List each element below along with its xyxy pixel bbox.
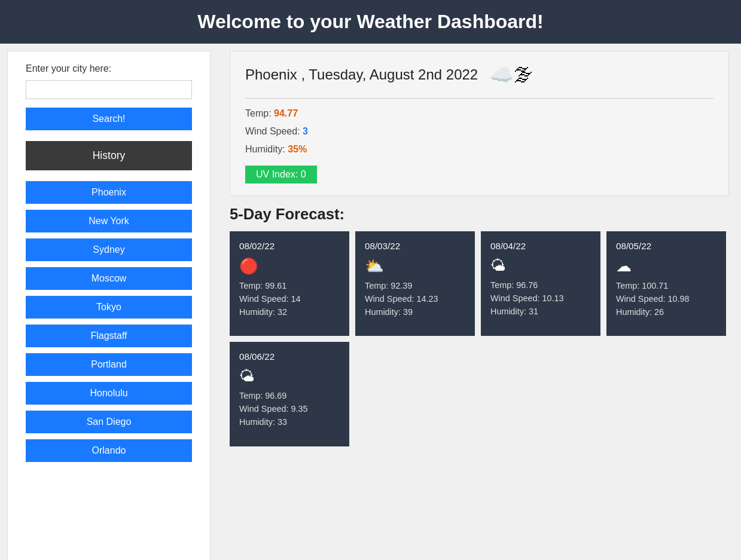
sidebar: Enter your city here: Search! History Ph… — [7, 51, 211, 560]
wind-stat: Wind Speed: 3 — [245, 126, 713, 137]
forecast-icon: ⛅ — [365, 257, 465, 275]
forecast-humidity: Humidity: 26 — [616, 307, 716, 317]
city-history-button[interactable]: Flagstaff — [26, 325, 192, 347]
city-history-button[interactable]: Honolulu — [26, 382, 192, 405]
wind-label: Wind Speed: — [245, 126, 303, 136]
forecast-card: 08/04/22🌤Temp: 96.76Wind Speed: 10.13Hum… — [481, 231, 600, 336]
current-weather-icon: ☁️🌫 — [490, 63, 533, 86]
forecast-card: 08/03/22⛅Temp: 92.39Wind Speed: 14.23Hum… — [355, 231, 475, 336]
city-history-button[interactable]: Sydney — [26, 238, 192, 261]
divider — [245, 98, 713, 99]
forecast-section: 5-Day Forecast: 08/02/22🔴Temp: 99.61Wind… — [230, 206, 729, 446]
forecast-temp: Temp: 92.39 — [365, 281, 465, 290]
current-weather-card: Phoenix , Tuesday, August 2nd 2022 ☁️🌫 T… — [230, 51, 729, 196]
forecast-date: 08/04/22 — [490, 241, 591, 251]
forecast-icon: ☁ — [616, 257, 716, 275]
humidity-value: 35% — [288, 144, 307, 154]
wind-value: 3 — [303, 126, 308, 136]
forecast-card: 08/02/22🔴Temp: 99.61Wind Speed: 14Humidi… — [230, 231, 349, 336]
city-history-button[interactable]: Portland — [26, 353, 192, 376]
city-history-button[interactable]: Phoenix — [26, 181, 192, 204]
forecast-date: 08/05/22 — [616, 241, 716, 251]
uv-badge: UV Index: 0 — [245, 166, 317, 183]
forecast-humidity: Humidity: 33 — [239, 417, 340, 427]
main-layout: Enter your city here: Search! History Ph… — [0, 44, 741, 560]
city-history-list: PhoenixNew YorkSydneyMoscowTokyoFlagstaf… — [26, 181, 192, 468]
current-city-date: Phoenix , Tuesday, August 2nd 2022 — [245, 66, 478, 83]
header-title: Welcome to your Weather Dashboard! — [197, 11, 543, 32]
forecast-icon: 🌤 — [490, 257, 591, 274]
temp-label: Temp: — [245, 108, 274, 118]
forecast-wind: Wind Speed: 10.13 — [490, 293, 591, 303]
forecast-date: 08/03/22 — [365, 241, 465, 251]
forecast-card: 08/06/22🌤Temp: 96.69Wind Speed: 9.35Humi… — [230, 342, 349, 446]
city-history-button[interactable]: Tokyo — [26, 296, 192, 319]
current-weather-header: Phoenix , Tuesday, August 2nd 2022 ☁️🌫 — [245, 63, 713, 86]
temp-value: 94.77 — [274, 108, 298, 118]
search-button[interactable]: Search! — [26, 108, 192, 130]
city-input-label: Enter your city here: — [26, 63, 192, 74]
humidity-label: Humidity: — [245, 144, 288, 154]
forecast-title: 5-Day Forecast: — [230, 206, 729, 223]
forecast-humidity: Humidity: 32 — [239, 307, 340, 317]
forecast-wind: Wind Speed: 14.23 — [365, 294, 465, 304]
forecast-wind: Wind Speed: 10.98 — [616, 294, 716, 304]
city-history-button[interactable]: Orlando — [26, 439, 192, 462]
forecast-wind: Wind Speed: 9.35 — [239, 404, 340, 414]
forecast-date: 08/06/22 — [239, 351, 340, 362]
main-content: Phoenix , Tuesday, August 2nd 2022 ☁️🌫 T… — [218, 44, 741, 560]
history-button[interactable]: History — [26, 141, 192, 170]
city-history-button[interactable]: New York — [26, 210, 192, 232]
city-search-input[interactable] — [26, 80, 192, 99]
forecast-humidity: Humidity: 39 — [365, 307, 465, 317]
humidity-stat: Humidity: 35% — [245, 144, 713, 155]
forecast-icon: 🔴 — [239, 257, 340, 275]
forecast-temp: Temp: 99.61 — [239, 281, 340, 290]
city-history-button[interactable]: Moscow — [26, 267, 192, 290]
forecast-icon: 🌤 — [239, 368, 340, 385]
forecast-temp: Temp: 100.71 — [616, 281, 716, 290]
page-header: Welcome to your Weather Dashboard! — [0, 0, 741, 44]
forecast-temp: Temp: 96.69 — [239, 391, 340, 400]
forecast-date: 08/02/22 — [239, 241, 340, 251]
forecast-grid: 08/02/22🔴Temp: 99.61Wind Speed: 14Humidi… — [230, 231, 729, 446]
forecast-temp: Temp: 96.76 — [490, 280, 591, 290]
forecast-humidity: Humidity: 31 — [490, 307, 591, 316]
forecast-card: 08/05/22☁Temp: 100.71Wind Speed: 10.98Hu… — [606, 231, 726, 336]
forecast-wind: Wind Speed: 14 — [239, 294, 340, 304]
temp-stat: Temp: 94.77 — [245, 108, 713, 119]
city-history-button[interactable]: San Diego — [26, 411, 192, 433]
